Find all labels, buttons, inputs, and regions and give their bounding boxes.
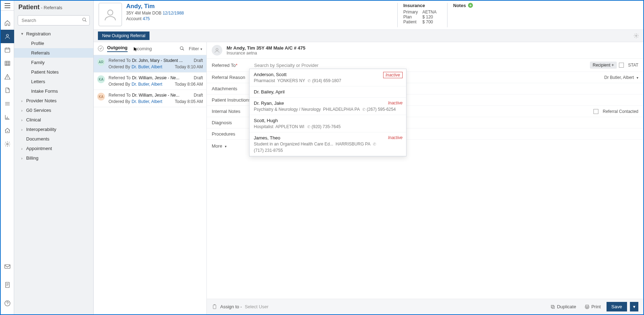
save-dropdown-button[interactable]: ▾ — [630, 302, 638, 311]
chevron-down-icon: ▾ — [637, 76, 638, 80]
tab-incoming[interactable]: Incoming — [133, 46, 152, 51]
patient-header: Andy, Tim 35Y 4M Male DOB 12/12/1988 Acc… — [94, 1, 643, 30]
list-tabs: Outgoing Incoming Filter▾ — [94, 42, 206, 55]
search-input[interactable] — [18, 15, 90, 25]
svg-point-9 — [108, 10, 113, 15]
sidebar-section-g0-services[interactable]: ›G0 Services — [14, 105, 93, 115]
patient-info: Andy, Tim 35Y 4M Male DOB 12/12/1988 Acc… — [126, 3, 184, 27]
referral-list-item[interactable]: KAReferred ToDr. William, Jessie - Ne...… — [94, 73, 206, 90]
procedures-label: Procedures — [212, 131, 254, 137]
referral-badge: KA — [97, 75, 105, 83]
new-outgoing-referral-button[interactable]: New Outgoing Referral — [98, 31, 150, 40]
notes-title: Notes — [453, 3, 466, 8]
sidebar-section-registration[interactable]: ▾Registration — [14, 29, 93, 39]
referral-list-item[interactable]: KAReferred ToDr. William, Jessie - Ne...… — [94, 90, 206, 107]
provider-option[interactable]: Dr. Bailey, April — [250, 86, 406, 98]
sidebar-section-appointment[interactable]: ›Appointment — [14, 144, 93, 153]
svg-rect-1 — [5, 48, 10, 52]
check-circle-icon[interactable] — [98, 46, 104, 51]
home-icon[interactable] — [1, 16, 14, 30]
sidebar-section-interoperability[interactable]: ›Interoperability — [14, 125, 93, 134]
sidebar-section-documents[interactable]: Documents — [14, 134, 93, 144]
print-button[interactable]: Print — [582, 303, 604, 311]
detail-title: Mr Andy, Tim 35Y 4M Male A/C # 475 — [227, 45, 305, 51]
provider-option[interactable]: Anderson, ScottPharmacist YONKERS NY ✆ (… — [250, 69, 406, 86]
recipient-button[interactable]: Recipient + — [590, 62, 617, 69]
inactive-badge: Inactive — [388, 135, 403, 140]
provider-option[interactable]: James, TheoStudent in an Organized Healt… — [250, 132, 406, 156]
patient-demographics: 35Y 4M Male DOB 12/12/1988 — [126, 11, 184, 16]
list-search-icon[interactable] — [180, 46, 185, 51]
table-icon[interactable] — [1, 57, 14, 70]
notes-box: Notes + — [447, 3, 638, 27]
attachments-label: Attachments — [212, 86, 254, 91]
sidebar: Patient - Referrals ▾RegistrationProfile… — [14, 1, 94, 314]
duplicate-button[interactable]: Duplicate — [548, 303, 579, 311]
chevron-down-icon: ▾ — [225, 144, 227, 148]
referred-to-input[interactable]: Search by Specialty or Provider — [254, 63, 590, 68]
referral-list-item[interactable]: ARReferred ToDr. John, Mary - Student ..… — [94, 55, 206, 73]
sidebar-item-profile[interactable]: Profile — [14, 39, 93, 48]
referred-to-label: Referred To* — [212, 63, 254, 68]
sidebar-item-patient-notes[interactable]: Patient Notes — [14, 67, 93, 77]
sidebar-item-intake-forms[interactable]: Intake Forms — [14, 86, 93, 96]
svg-rect-14 — [551, 305, 554, 308]
sidebar-section-clinical[interactable]: ›Clinical — [14, 115, 93, 125]
action-bar: Assign to - Select User Duplicate Print … — [207, 299, 643, 314]
provider-select[interactable]: Dr Butler, Albert ▾ — [604, 75, 638, 80]
help-icon[interactable] — [1, 297, 14, 310]
provider-option[interactable]: Dr. Ryan, JakePsychiatry & Neurology / N… — [250, 98, 406, 115]
svg-point-4 — [6, 143, 8, 145]
settings-icon[interactable] — [1, 137, 14, 151]
sidebar-section-billing[interactable]: ›Billing — [14, 153, 93, 163]
svg-rect-15 — [552, 306, 554, 308]
rx-icon[interactable] — [1, 124, 14, 137]
referral-badge: AR — [97, 58, 105, 66]
patient-account: Account 475 — [126, 16, 184, 21]
iconbar — [1, 1, 14, 314]
svg-rect-2 — [5, 61, 10, 65]
search-icon[interactable] — [82, 17, 87, 22]
diagnosis-label: Diagnosis — [212, 120, 254, 125]
provider-dropdown: Anderson, ScottPharmacist YONKERS NY ✆ (… — [249, 69, 406, 156]
internal-notes-label: Internal Notes — [212, 109, 254, 114]
chart-icon[interactable] — [1, 110, 14, 124]
sidebar-item-family[interactable]: Family — [14, 58, 93, 67]
alert-icon[interactable] — [1, 70, 14, 84]
sidebar-section-provider-notes[interactable]: ›Provider Notes — [14, 96, 93, 105]
instructions-label: Patient Instructions — [212, 97, 254, 103]
sidebar-item-letters[interactable]: Letters — [14, 77, 93, 86]
page-icon[interactable] — [1, 278, 14, 292]
referral-list-pane: Outgoing Incoming Filter▾ ARReferred ToD… — [94, 42, 207, 314]
referral-reason-label: Referral Reason — [212, 75, 254, 80]
inactive-badge: Inactive — [383, 72, 403, 78]
stat-checkbox[interactable] — [619, 63, 624, 68]
svg-rect-6 — [5, 282, 9, 288]
stack-icon[interactable] — [1, 97, 14, 110]
gear-icon[interactable] — [633, 33, 639, 39]
avatar-icon — [212, 45, 222, 56]
svg-point-10 — [636, 35, 637, 36]
insurance-row: PrimaryAETNA — [403, 10, 437, 15]
mail-icon[interactable] — [1, 260, 14, 273]
menu-icon[interactable] — [1, 1, 14, 11]
svg-point-0 — [6, 34, 8, 36]
sidebar-item-referrals[interactable]: Referrals — [14, 48, 93, 58]
referral-badge: KA — [97, 93, 105, 101]
inactive-badge: Inactive — [388, 101, 403, 105]
svg-point-11 — [180, 47, 183, 50]
assign-user-select[interactable]: Select User — [245, 304, 268, 309]
insurance-title: Insurance — [403, 3, 437, 8]
toolbar: New Outgoing Referral — [94, 30, 643, 42]
referral-contacted-checkbox[interactable] — [593, 109, 598, 114]
filter-button[interactable]: Filter▾ — [189, 46, 202, 51]
calendar-icon[interactable] — [1, 43, 14, 57]
add-note-icon[interactable]: + — [468, 3, 473, 8]
tab-outgoing[interactable]: Outgoing — [107, 45, 128, 52]
save-button[interactable]: Save — [607, 302, 627, 311]
provider-option[interactable]: Scott, HughHospitalist APPLETON WI ✆ (92… — [250, 115, 406, 132]
insurance-row: Plan$ 120 — [403, 15, 437, 19]
patient-icon[interactable] — [1, 30, 14, 43]
detail-subtitle: Insurance aetna — [227, 51, 305, 56]
document-icon[interactable] — [1, 84, 14, 97]
